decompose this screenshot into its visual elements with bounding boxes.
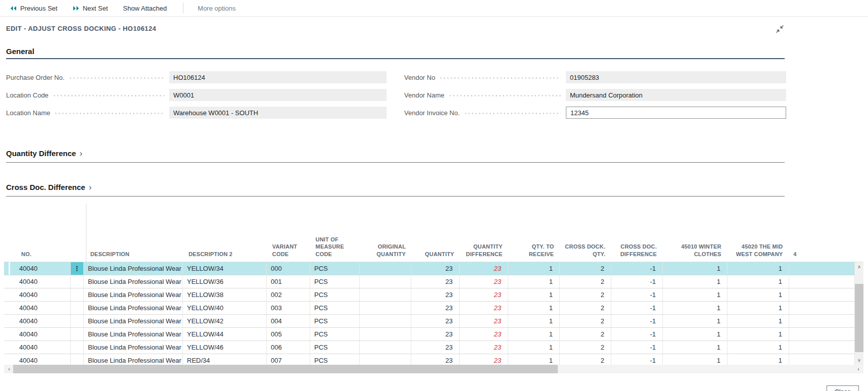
cell-45010-winter-clothes[interactable]: 1 [663,328,728,340]
table-row[interactable]: 40040Blouse Linda Professional WearYELLO… [4,315,863,328]
previous-set-button[interactable]: Previous Set [10,5,58,12]
cell-45010-winter-clothes[interactable]: 1 [663,315,728,327]
column-header-row-options[interactable] [73,204,86,262]
column-header-description[interactable]: DESCRIPTION [86,204,184,262]
cell-next-column-clipped[interactable] [789,341,855,354]
cell-next-column-clipped[interactable] [789,275,855,288]
cell-cross-dock-qty[interactable]: 2 [560,328,611,340]
cell-quantity-difference[interactable]: 23 [460,288,508,301]
cell-45010-winter-clothes[interactable]: 1 [663,341,728,354]
cell-cross-doc-difference[interactable]: -1 [611,341,663,354]
column-header-next-column-clipped[interactable]: 4 [789,204,855,262]
cell-45010-winter-clothes[interactable]: 1 [663,275,728,288]
column-header-unit-of-measure-code[interactable]: UNIT OF MEASURE CODE [312,204,361,262]
cell-variant-code[interactable]: 005 [267,328,310,340]
cell-unit-of-measure-code[interactable]: PCS [310,315,360,327]
cell-cross-doc-difference[interactable]: -1 [611,275,663,288]
vertical-scrollbar-thumb[interactable] [855,284,863,352]
cell-qty-to-receive[interactable]: 1 [508,275,560,288]
cell-selector[interactable] [4,275,10,288]
cell-unit-of-measure-code[interactable]: PCS [310,328,360,340]
cell-no[interactable]: 40040 [10,275,71,288]
column-header-selector[interactable] [4,204,12,262]
cell-cross-doc-difference[interactable]: -1 [611,288,663,301]
cell-description[interactable]: Blouse Linda Professional Wear [84,315,183,327]
cell-45020-the-mid-west-company[interactable]: 1 [728,302,789,314]
cell-45020-the-mid-west-company[interactable]: 1 [728,262,789,275]
cell-next-column-clipped[interactable] [789,262,855,275]
cell-unit-of-measure-code[interactable]: PCS [310,302,360,314]
cell-45020-the-mid-west-company[interactable]: 1 [728,288,789,301]
cell-row-options[interactable] [71,341,84,354]
cell-45010-winter-clothes[interactable]: 1 [663,262,728,275]
cell-quantity[interactable]: 23 [411,288,460,301]
cell-quantity-difference[interactable]: 23 [460,275,508,288]
cell-45020-the-mid-west-company[interactable]: 1 [728,315,789,327]
vertical-scrollbar[interactable]: ∧ ∨ [855,262,863,365]
table-row[interactable]: 40040Blouse Linda Professional WearYELLO… [4,288,863,302]
cell-no[interactable]: 40040 [10,315,71,327]
cell-quantity[interactable]: 23 [411,328,460,340]
cell-cross-doc-difference[interactable]: -1 [611,315,663,327]
cell-description[interactable]: Blouse Linda Professional Wear [84,341,183,354]
cell-qty-to-receive[interactable]: 1 [508,354,560,365]
cell-original-quantity[interactable] [360,341,411,354]
cell-variant-code[interactable]: 007 [267,354,310,365]
cell-selector[interactable] [4,341,10,354]
cell-variant-code[interactable]: 002 [267,288,310,301]
cell-description[interactable]: Blouse Linda Professional Wear [84,328,183,340]
cell-row-options[interactable] [71,315,84,327]
column-header-cross-doc-difference[interactable]: CROSS DOC. DIFFERENCE [612,204,663,262]
cell-description[interactable]: Blouse Linda Professional Wear [84,262,183,275]
cell-no[interactable]: 40040 [10,341,71,354]
cell-unit-of-measure-code[interactable]: PCS [310,288,360,301]
cell-45020-the-mid-west-company[interactable]: 1 [728,328,789,340]
cell-variant-code[interactable]: 001 [267,275,310,288]
cell-qty-to-receive[interactable]: 1 [508,341,560,354]
cell-qty-to-receive[interactable]: 1 [508,302,560,314]
table-row[interactable]: 40040Blouse Linda Professional WearRED/3… [4,354,863,365]
cell-quantity-difference[interactable]: 23 [460,354,508,365]
cell-quantity[interactable]: 23 [411,262,460,275]
cell-description[interactable]: Blouse Linda Professional Wear [84,354,183,365]
show-attached-button[interactable]: Show Attached [123,5,167,12]
cell-cross-dock-qty[interactable]: 2 [560,302,611,314]
cell-cross-dock-qty[interactable]: 2 [560,341,611,354]
cell-selector[interactable] [4,262,10,275]
row-options-icon[interactable]: ⋮ [74,265,80,272]
next-set-button[interactable]: Next Set [73,5,108,12]
cell-original-quantity[interactable] [360,275,411,288]
cell-unit-of-measure-code[interactable]: PCS [310,262,360,275]
cell-no[interactable]: 40040 [10,288,71,301]
cell-row-options[interactable] [71,275,84,288]
cell-next-column-clipped[interactable] [789,288,855,301]
table-row[interactable]: 40040⋮Blouse Linda Professional WearYELL… [4,262,863,275]
cell-original-quantity[interactable] [360,262,411,275]
column-header-45010-winter-clothes[interactable]: 45010 WINTER CLOTHES [663,204,728,262]
cell-quantity-difference[interactable]: 23 [460,262,508,275]
vendor-invoice-no-input[interactable] [566,107,786,119]
cell-description-2[interactable]: YELLOW/36 [183,275,267,288]
table-row[interactable]: 40040Blouse Linda Professional WearYELLO… [4,275,863,288]
cell-quantity[interactable]: 23 [411,315,460,327]
cell-description-2[interactable]: YELLOW/34 [183,262,267,275]
cell-original-quantity[interactable] [360,354,411,365]
cell-selector[interactable] [4,315,10,327]
cell-original-quantity[interactable] [360,315,411,327]
column-header-quantity[interactable]: QUANTITY [412,204,461,262]
cell-description-2[interactable]: YELLOW/44 [183,328,267,340]
cell-next-column-clipped[interactable] [789,354,855,365]
cell-qty-to-receive[interactable]: 1 [508,328,560,340]
cell-row-options[interactable] [71,288,84,301]
table-row[interactable]: 40040Blouse Linda Professional WearYELLO… [4,302,863,315]
cell-no[interactable]: 40040 [10,328,71,340]
cell-cross-dock-qty[interactable]: 2 [560,354,611,365]
cell-variant-code[interactable]: 004 [267,315,310,327]
quantity-difference-heading[interactable]: Quantity Difference › [6,149,82,158]
cell-unit-of-measure-code[interactable]: PCS [310,341,360,354]
cell-description[interactable]: Blouse Linda Professional Wear [84,302,183,314]
cell-quantity[interactable]: 23 [411,354,460,365]
scroll-down-arrow-icon[interactable]: ∨ [855,357,863,364]
cell-description-2[interactable]: YELLOW/46 [183,341,267,354]
cell-description[interactable]: Blouse Linda Professional Wear [84,275,183,288]
